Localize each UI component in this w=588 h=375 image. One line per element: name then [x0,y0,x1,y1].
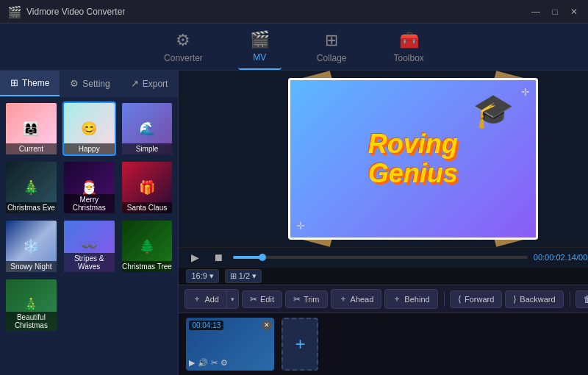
empty-button[interactable]: 🗑 Empty [576,290,588,308]
clip-cut-icon[interactable]: ✂ [211,358,218,368]
theme-happy[interactable]: ✓ 😊 Happy [62,101,116,156]
forward-icon: ⟨ [458,294,462,304]
edit-button[interactable]: ✂ Edit [242,290,282,308]
theme-christmas-tree[interactable]: 🌲 Christmas Tree [121,219,174,274]
theme-simple[interactable]: 🌊 Simple [121,101,174,156]
stop-button[interactable]: ⏹ [209,249,227,266]
forward-label: Forward [465,295,494,304]
tab-export-label: Export [143,79,168,89]
preview-title: Roving Genius [368,129,458,188]
backward-button[interactable]: ⟩ Backward [505,290,563,308]
tab-setting-label: Setting [82,79,110,89]
add-clip-button[interactable]: + [282,318,318,371]
theme-current[interactable]: 👩‍👩‍👧 Current [4,101,58,156]
theme-stripes-waves[interactable]: 〰️ Stripes & Waves [62,219,116,274]
edit-label: Edit [260,295,274,304]
theme-current-label: Current [6,143,57,154]
add-icon: ＋ [193,293,201,305]
preview-card: ✛ Roving Genius 🎓 ✛ [288,78,538,240]
export-tab-icon: ↗ [131,78,139,89]
progress-fill [233,256,262,259]
ratio-select[interactable]: 16:9 ▾ [186,269,218,283]
nav-converter[interactable]: ⚙ Converter [152,25,215,69]
clip-vol-icon[interactable]: 🔊 [198,358,208,368]
empty-icon: 🗑 [584,294,588,304]
play-button[interactable]: ▶ [186,249,204,266]
theme-snowy-night[interactable]: ❄️ Snowy Night [4,219,58,274]
theme-merry-christmas[interactable]: 🎅 Merry Christmas [62,160,116,215]
tab-theme[interactable]: ⊞ Theme [0,71,60,96]
ahead-icon: ＋ [339,293,348,305]
behind-icon: ＋ [392,293,401,305]
add-button-group: ＋ Add ▾ [184,289,239,309]
add-button[interactable]: ＋ Add [184,289,226,309]
page-chevron-icon: ▾ [252,271,257,281]
theme-santa-claus[interactable]: 🎁 Santa Claus [121,160,174,215]
nav-toolbox-label: Toolbox [394,53,424,63]
ahead-label: Ahead [351,295,374,304]
app-title: Vidmore Video Converter [26,7,529,17]
nav-mv-label: MV [253,52,266,63]
toolbox-icon: 🧰 [399,31,419,50]
clip-play-icon[interactable]: ▶ [189,358,195,368]
close-button[interactable]: ✕ [567,5,581,18]
minimize-button[interactable]: — [529,5,542,18]
theme-santa-claus-label: Santa Claus [122,202,173,213]
main-content: ⊞ Theme ⚙ Setting ↗ Export 👩‍👩‍👧 Current [0,71,588,375]
nav-converter-label: Converter [164,53,203,63]
page-icon: ⊞ [230,271,237,281]
preview-area: ✛ Roving Genius 🎓 ✛ [179,71,588,247]
clip-time-badge: 00:04:13 [189,321,223,330]
forward-button[interactable]: ⟨ Forward [450,290,502,308]
controls-bar: ▶ ⏹ 00:00:02.14/00:04:13.03 🔊 [179,247,588,267]
nav-collage[interactable]: ⊞ Collage [305,25,359,69]
trim-button[interactable]: ✂ Trim [285,290,328,308]
time-display: 00:00:02.14/00:04:13.03 [534,253,588,262]
left-panel: ⊞ Theme ⚙ Setting ↗ Export 👩‍👩‍👧 Current [0,71,179,375]
page-select[interactable]: ⊞ 1/2 ▾ [225,269,262,283]
theme-christmas-eve-label: Christmas Eve [6,202,57,213]
theme-snowy-night-label: Snowy Night [6,261,57,272]
edit-icon: ✂ [250,294,257,304]
theme-beautiful-christmas[interactable]: 🎄 Beautiful Christmas [4,278,58,332]
ratio-value: 16:9 [191,271,207,280]
collage-icon: ⊞ [325,31,338,50]
tab-export[interactable]: ↗ Export [121,71,179,96]
trim-label: Trim [304,295,320,304]
page-value: 1/2 [239,271,250,280]
preview-inner: ✛ Roving Genius 🎓 ✛ [288,78,538,240]
right-panel: ✛ Roving Genius 🎓 ✛ ▶ ⏹ 00:00:02.14/00:0… [179,71,588,375]
timeline-area: 00:04:13 ✕ ▶ 🔊 ✂ ⚙ + [179,312,588,375]
ahead-button[interactable]: ＋ Ahead [331,289,382,309]
nav-toolbox[interactable]: 🧰 Toolbox [382,25,436,69]
tab-theme-label: Theme [22,78,49,88]
converter-icon: ⚙ [176,31,190,50]
behind-button[interactable]: ＋ Behind [384,289,437,309]
progress-handle[interactable] [259,254,266,261]
cap-emoji: 🎓 [473,91,514,130]
titlebar: 🎬 Vidmore Video Converter — □ ✕ [0,0,588,24]
timeline-clip[interactable]: 00:04:13 ✕ ▶ 🔊 ✂ ⚙ [186,318,274,371]
nav-collage-label: Collage [317,53,347,63]
theme-merry-christmas-label: Merry Christmas [64,194,115,213]
trim-icon: ✂ [293,294,301,304]
clip-controls: ▶ 🔊 ✂ ⚙ [189,358,228,368]
window-controls: — □ ✕ [529,5,581,18]
theme-tab-icon: ⊞ [10,77,18,88]
add-dropdown-arrow[interactable]: ▾ [226,289,239,309]
clip-settings-icon[interactable]: ⚙ [220,358,228,368]
theme-beautiful-christmas-label: Beautiful Christmas [6,312,57,331]
themes-grid: 👩‍👩‍👧 Current ✓ 😊 Happy 🌊 Simple � [0,97,178,375]
theme-christmas-eve[interactable]: 🎄 Christmas Eve [4,160,58,215]
nav-mv[interactable]: 🎬 MV [238,24,282,70]
behind-label: Behind [404,295,429,304]
app-icon: 🎬 [7,5,21,18]
crosshair-bottom-left: ✛ [296,220,305,232]
progress-bar[interactable] [233,256,527,259]
tab-setting[interactable]: ⚙ Setting [60,71,120,96]
theme-happy-label: Happy [64,143,115,154]
setting-tab-icon: ⚙ [70,78,79,89]
clip-close-button[interactable]: ✕ [262,320,272,330]
maximize-button[interactable]: □ [548,5,562,18]
theme-simple-label: Simple [122,143,173,154]
